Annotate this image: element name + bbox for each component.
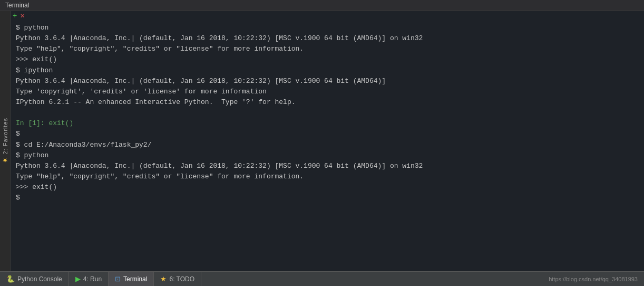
tab-todo[interactable]: ★ 6: TODO	[154, 272, 201, 286]
terminal-line: Python 3.6.4 |Anaconda, Inc.| (default, …	[16, 161, 639, 171]
terminal-icon: ⊡	[115, 275, 121, 283]
todo-label: 6: TODO	[169, 275, 194, 283]
terminal-line	[16, 108, 639, 118]
terminal-line: >>> exit()	[16, 182, 639, 193]
run-label: 4: Run	[83, 275, 102, 283]
terminal-line: Python 3.6.4 |Anaconda, Inc.| (default, …	[16, 76, 639, 87]
terminal-line: $	[16, 193, 639, 203]
terminal-line: IPython 6.2.1 -- An enhanced Interactive…	[16, 97, 639, 108]
run-icon: ▶	[75, 275, 81, 283]
add-tab-button[interactable]: +	[13, 12, 17, 20]
terminal-label: Terminal	[123, 275, 147, 283]
todo-icon: ★	[160, 275, 167, 283]
status-bar: 🐍 Python Console ▶ 4: Run ⊡ Terminal ★ 6…	[0, 271, 644, 286]
terminal-line: >>> exit()	[16, 54, 639, 65]
python-console-label: Python Console	[17, 275, 62, 283]
title-label: Terminal	[5, 2, 29, 9]
sidebar[interactable]: ★ 2: Favorites	[0, 11, 11, 271]
python-console-icon: 🐍	[6, 275, 15, 283]
toolbar: + ✕	[11, 11, 644, 21]
terminal-line: Type "help", "copyright", "credits" or "…	[16, 44, 639, 54]
tab-terminal[interactable]: ⊡ Terminal	[109, 272, 154, 286]
terminal-line: Type 'copyright', 'credits' or 'license'…	[16, 87, 639, 97]
tab-run[interactable]: ▶ 4: Run	[69, 272, 109, 286]
terminal-line: Python 3.6.4 |Anaconda, Inc.| (default, …	[16, 33, 639, 44]
close-tab-button[interactable]: ✕	[20, 12, 24, 20]
terminal-line: $ python	[16, 23, 639, 33]
terminal-line: $ ipython	[16, 65, 639, 76]
main-area: ★ 2: Favorites + ✕ $ pythonPython 3.6.4 …	[0, 11, 644, 271]
star-icon: ★	[2, 157, 9, 165]
terminal-line: In [1]: exit()	[16, 118, 639, 129]
title-bar: Terminal	[0, 0, 644, 11]
sidebar-label: ★ 2: Favorites	[2, 118, 9, 164]
terminal-content: $ pythonPython 3.6.4 |Anaconda, Inc.| (d…	[11, 21, 644, 271]
terminal-line: $ python	[16, 150, 639, 161]
terminal-line: $ cd E:/Anaconda3/envs/flask_py2/	[16, 140, 639, 150]
terminal-line: $	[16, 129, 639, 139]
terminal-line: Type "help", "copyright", "credits" or "…	[16, 171, 639, 182]
sidebar-text: 2: Favorites	[2, 118, 8, 154]
tab-python-console[interactable]: 🐍 Python Console	[0, 272, 69, 286]
status-url: https://blog.csdn.net/qq_34081993	[549, 276, 644, 282]
